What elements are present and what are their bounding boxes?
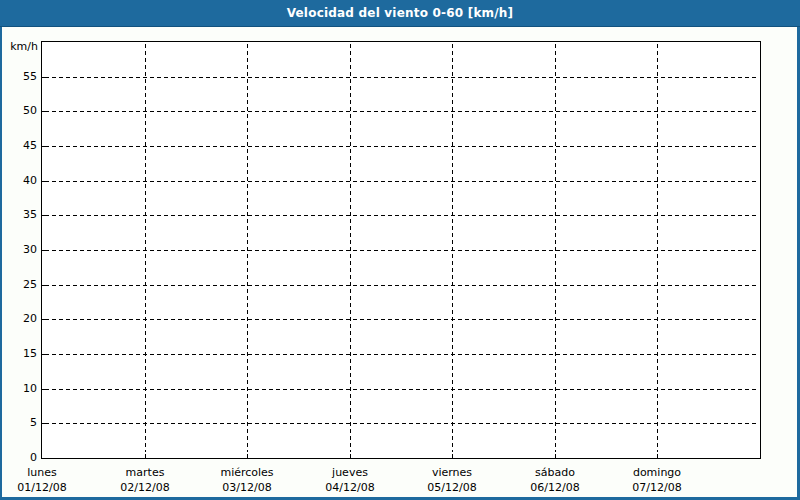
y-axis-tick bbox=[42, 77, 46, 78]
x-tick-day: miércoles bbox=[195, 465, 299, 480]
x-tick-label: martes02/12/08 bbox=[93, 465, 197, 495]
h-gridline bbox=[45, 389, 759, 390]
x-tick-label: sábado06/12/08 bbox=[503, 465, 607, 495]
y-axis-tick bbox=[42, 111, 46, 112]
x-tick-date: 04/12/08 bbox=[298, 480, 402, 495]
x-axis-tick bbox=[452, 454, 453, 458]
y-tick-label: 50 bbox=[4, 104, 37, 117]
x-tick-label: viernes05/12/08 bbox=[400, 465, 504, 495]
h-gridline bbox=[45, 354, 759, 355]
x-tick-label: lunes01/12/08 bbox=[0, 465, 94, 495]
h-gridline bbox=[45, 319, 759, 320]
y-tick-label: 30 bbox=[4, 243, 37, 256]
x-axis-tick bbox=[350, 454, 351, 458]
chart-title-bar: Velocidad del viento 0-60 [km/h] bbox=[0, 0, 800, 27]
x-tick-date: 06/12/08 bbox=[503, 480, 607, 495]
y-tick-label: 0 bbox=[4, 451, 37, 464]
y-axis-tick bbox=[42, 250, 46, 251]
v-gridline bbox=[555, 44, 556, 452]
y-axis-tick bbox=[42, 354, 46, 355]
x-axis-tick bbox=[247, 454, 248, 458]
h-gridline bbox=[45, 111, 759, 112]
x-tick-date: 07/12/08 bbox=[605, 480, 709, 495]
h-gridline bbox=[45, 181, 759, 182]
v-gridline bbox=[350, 44, 351, 452]
h-gridline bbox=[45, 77, 759, 78]
x-tick-day: martes bbox=[93, 465, 197, 480]
x-tick-label: jueves04/12/08 bbox=[298, 465, 402, 495]
y-tick-label: 20 bbox=[4, 312, 37, 325]
x-axis-tick bbox=[145, 454, 146, 458]
h-gridline bbox=[45, 215, 759, 216]
v-gridline bbox=[452, 44, 453, 452]
h-gridline bbox=[45, 250, 759, 251]
v-gridline bbox=[657, 44, 658, 452]
h-gridline bbox=[45, 285, 759, 286]
x-tick-day: viernes bbox=[400, 465, 504, 480]
y-tick-label: 5 bbox=[4, 416, 37, 429]
x-axis-tick bbox=[657, 454, 658, 458]
h-gridline bbox=[45, 423, 759, 424]
y-tick-label: 35 bbox=[4, 208, 37, 221]
y-axis-tick bbox=[42, 285, 46, 286]
y-tick-label: 45 bbox=[4, 139, 37, 152]
y-axis-tick bbox=[42, 423, 46, 424]
x-tick-day: jueves bbox=[298, 465, 402, 480]
y-axis-unit-label: km/h bbox=[4, 40, 38, 53]
y-axis-tick bbox=[42, 181, 46, 182]
y-tick-label: 10 bbox=[4, 382, 37, 395]
x-tick-day: sábado bbox=[503, 465, 607, 480]
y-axis-tick bbox=[42, 319, 46, 320]
x-tick-date: 03/12/08 bbox=[195, 480, 299, 495]
x-axis-tick bbox=[555, 454, 556, 458]
chart-canvas: km/h 0510152025303540455055 lunes01/12/0… bbox=[2, 26, 797, 497]
y-tick-label: 15 bbox=[4, 347, 37, 360]
plot-frame bbox=[41, 41, 761, 459]
y-axis-tick bbox=[42, 215, 46, 216]
x-tick-date: 02/12/08 bbox=[93, 480, 197, 495]
x-tick-date: 05/12/08 bbox=[400, 480, 504, 495]
y-axis-tick bbox=[42, 389, 46, 390]
y-axis-tick bbox=[42, 146, 46, 147]
chart-title: Velocidad del viento 0-60 [km/h] bbox=[287, 6, 514, 20]
y-tick-label: 40 bbox=[4, 174, 37, 187]
x-tick-label: domingo07/12/08 bbox=[605, 465, 709, 495]
v-gridline bbox=[247, 44, 248, 452]
x-tick-day: lunes bbox=[0, 465, 94, 480]
x-tick-day: domingo bbox=[605, 465, 709, 480]
x-tick-label: miércoles03/12/08 bbox=[195, 465, 299, 495]
y-tick-label: 25 bbox=[4, 278, 37, 291]
h-gridline bbox=[45, 146, 759, 147]
v-gridline bbox=[145, 44, 146, 452]
x-tick-date: 01/12/08 bbox=[0, 480, 94, 495]
y-tick-label: 55 bbox=[4, 70, 37, 83]
chart-window: Velocidad del viento 0-60 [km/h] km/h 05… bbox=[0, 0, 800, 500]
